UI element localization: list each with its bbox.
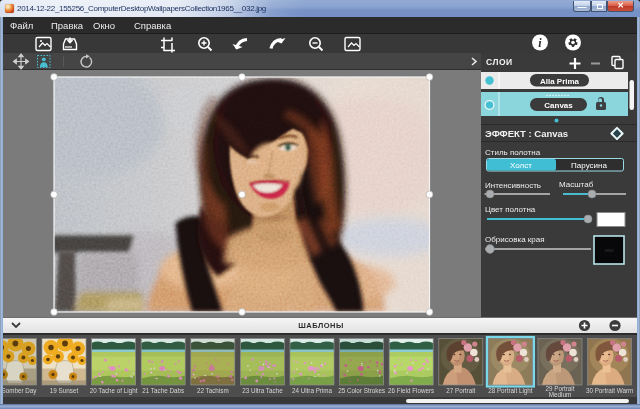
- svg-text:####: ####: [605, 248, 615, 253]
- svg-text:Цвет полотна: Цвет полотна: [485, 205, 536, 214]
- svg-text:Холст: Холст: [510, 161, 532, 170]
- svg-text:Canvas: Canvas: [544, 101, 573, 110]
- svg-text:Стиль полотна: Стиль полотна: [485, 148, 541, 157]
- svg-text:ШАБЛОНЫ: ШАБЛОНЫ: [298, 321, 344, 330]
- svg-text:Масштаб: Масштаб: [559, 180, 594, 189]
- svg-text:Интенсивность: Интенсивность: [485, 181, 541, 190]
- svg-text:Парусина: Парусина: [571, 161, 607, 170]
- svg-text:Alla Prima: Alla Prima: [540, 77, 580, 86]
- svg-text:Обрисовка края: Обрисовка края: [485, 235, 545, 244]
- svg-text:ЭФФЕКТ : Canvas: ЭФФЕКТ : Canvas: [485, 128, 568, 139]
